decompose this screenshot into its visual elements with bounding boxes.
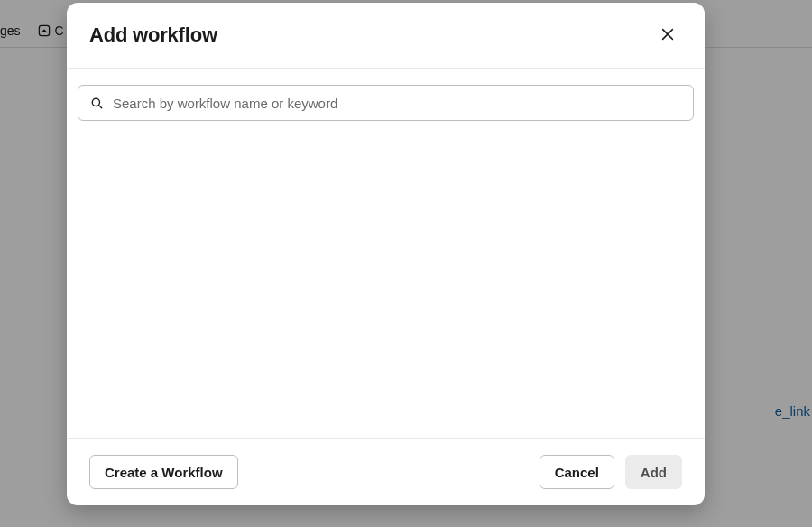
modal-header: Add workflow bbox=[67, 3, 705, 68]
search-input[interactable] bbox=[113, 86, 682, 120]
create-workflow-button[interactable]: Create a Workflow bbox=[89, 455, 238, 489]
button-label: Add bbox=[641, 465, 667, 480]
modal-title: Add workflow bbox=[89, 23, 217, 47]
cancel-button[interactable]: Cancel bbox=[540, 455, 614, 489]
modal-footer: Create a Workflow Cancel Add bbox=[67, 438, 705, 505]
button-label: Create a Workflow bbox=[105, 465, 223, 480]
add-workflow-modal: Add workflow Create a Workflow bbox=[67, 3, 705, 505]
close-icon bbox=[660, 26, 676, 45]
search-field-wrap[interactable] bbox=[78, 85, 694, 121]
close-button[interactable] bbox=[653, 21, 682, 50]
svg-point-3 bbox=[92, 98, 99, 106]
modal-body bbox=[67, 69, 705, 438]
search-icon bbox=[89, 96, 104, 110]
svg-line-4 bbox=[98, 105, 101, 107]
add-button[interactable]: Add bbox=[625, 455, 682, 489]
footer-right-group: Cancel Add bbox=[540, 455, 682, 489]
button-label: Cancel bbox=[555, 465, 599, 480]
